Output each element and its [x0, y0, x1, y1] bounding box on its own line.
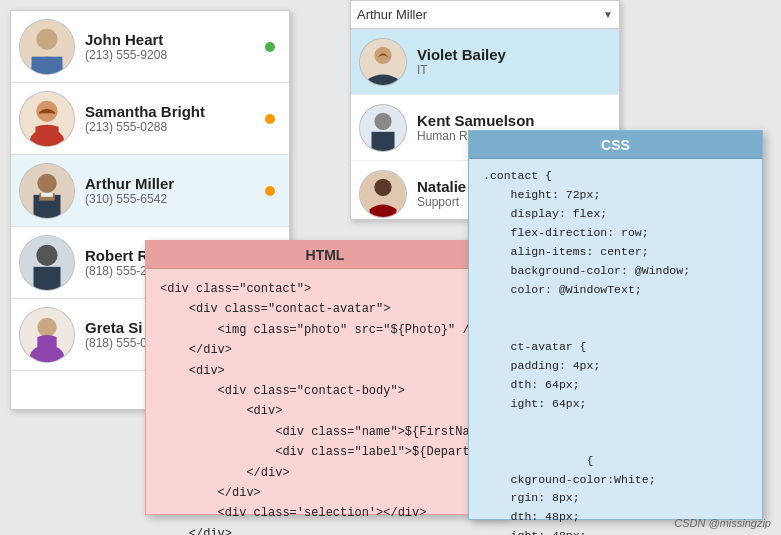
svg-rect-3 — [32, 56, 63, 73]
html-code-content: <div class="contact"> <div class="contac… — [146, 269, 504, 535]
contact-info: John Heart (213) 555-9208 — [85, 31, 265, 62]
contact-info: Samantha Bright (213) 555-0288 — [85, 103, 265, 134]
contact-info: Arthur Miller (310) 555-6542 — [85, 175, 265, 206]
panel2-header: ▼ — [351, 1, 619, 29]
svg-point-1 — [36, 28, 57, 49]
contact-item[interactable]: John Heart (213) 555-9208 — [11, 11, 289, 83]
status-indicator — [265, 186, 275, 196]
svg-point-13 — [36, 244, 57, 265]
contact-phone: (213) 555-0288 — [85, 120, 265, 134]
svg-rect-22 — [372, 131, 395, 150]
avatar — [19, 163, 75, 219]
avatar — [359, 170, 407, 218]
avatar — [19, 19, 75, 75]
avatar — [19, 91, 75, 147]
contact-phone: (213) 555-9208 — [85, 48, 265, 62]
css-panel: CSS .contact { height: 72px; display: fl… — [468, 130, 763, 520]
svg-rect-14 — [34, 266, 61, 289]
contact-name: Arthur Miller — [85, 175, 265, 192]
watermark: CSDN @missingzip — [674, 517, 771, 529]
css-code-content: .contact { height: 72px; display: flex; … — [469, 159, 762, 535]
contact-name: Kent Samuelson — [417, 112, 535, 129]
svg-rect-11 — [41, 192, 53, 196]
html-panel-title: HTML — [146, 241, 504, 269]
contact-phone: (310) 555-6542 — [85, 192, 265, 206]
contact-name: Violet Bailey — [417, 46, 506, 63]
svg-point-16 — [37, 317, 56, 336]
avatar — [359, 38, 407, 86]
status-indicator — [265, 42, 275, 52]
avatar — [19, 235, 75, 291]
avatar — [359, 104, 407, 152]
avatar — [19, 307, 75, 363]
svg-point-24 — [374, 178, 391, 195]
status-indicator — [265, 114, 275, 124]
contact-name: Natalie — [417, 178, 466, 195]
dropdown-arrow-icon[interactable]: ▼ — [603, 9, 613, 20]
svg-point-8 — [37, 173, 56, 192]
contact-item-selected[interactable]: Arthur Miller (310) 555-6542 — [11, 155, 289, 227]
contact-dept: Support — [417, 195, 466, 209]
contact-info: Violet Bailey IT — [417, 46, 506, 77]
search-input[interactable] — [357, 7, 603, 22]
contact-info: Natalie Support — [417, 178, 466, 209]
contact-item[interactable]: Violet Bailey IT — [351, 29, 619, 95]
contact-item[interactable]: Samantha Bright (213) 555-0288 — [11, 83, 289, 155]
contact-name: John Heart — [85, 31, 265, 48]
html-panel: HTML <div class="contact"> <div class="c… — [145, 240, 505, 515]
contact-dept: IT — [417, 63, 506, 77]
css-panel-title: CSS — [469, 131, 762, 159]
contact-name: Samantha Bright — [85, 103, 265, 120]
svg-point-21 — [374, 112, 391, 129]
